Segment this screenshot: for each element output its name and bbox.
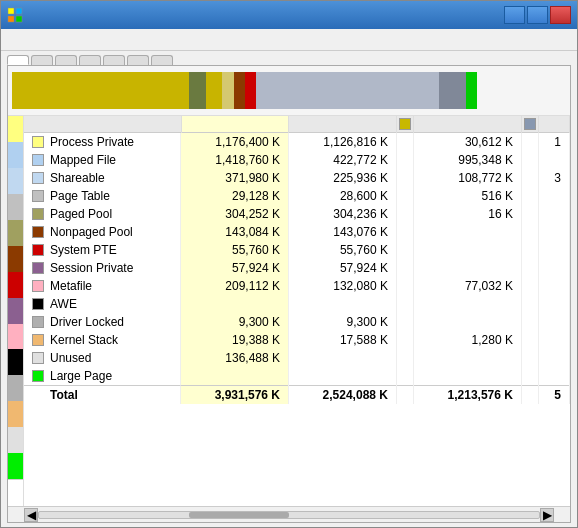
cell-standby	[413, 313, 521, 331]
cell-active: 1,126,816 K	[289, 133, 397, 152]
chart-segment-modified	[439, 72, 467, 109]
cell-active: 132,080 K	[289, 277, 397, 295]
cell-usage: AWE	[24, 295, 181, 313]
total-cell-total: 3,931,576 K	[181, 385, 288, 404]
cell-spacer	[396, 277, 413, 295]
cell-spacer	[396, 241, 413, 259]
cell-total: 1,418,760 K	[181, 151, 288, 169]
cell-label: Shareable	[50, 171, 105, 185]
cell-active: 28,600 K	[289, 187, 397, 205]
cell-modified	[538, 367, 569, 385]
table-row: Nonpaged Pool143,084 K143,076 K	[24, 223, 570, 241]
cell-modified	[538, 187, 569, 205]
horizontal-scrollbar[interactable]: ◀ ▶	[8, 506, 570, 522]
cell-active: 225,936 K	[289, 169, 397, 187]
tab-use-counts[interactable]	[7, 55, 29, 65]
scrollbar-track[interactable]	[38, 511, 540, 519]
svg-rect-1	[16, 8, 22, 14]
cell-usage: Nonpaged Pool	[24, 223, 181, 241]
cell-usage: Process Private	[24, 133, 181, 151]
color-swatch	[32, 334, 44, 346]
close-button[interactable]	[550, 6, 571, 24]
side-color-bar	[8, 116, 24, 506]
data-table: Process Private1,176,400 K1,126,816 K30,…	[24, 116, 570, 404]
cell-label: Process Private	[50, 135, 134, 149]
cell-total: 209,112 K	[181, 277, 288, 295]
chart-segment-2	[206, 72, 223, 109]
cell-total: 29,128 K	[181, 187, 288, 205]
cell-modified	[538, 331, 569, 349]
tab-processes[interactable]	[31, 55, 53, 65]
tab-priority-summary[interactable]	[55, 55, 77, 65]
cell-usage: Page Table	[24, 187, 181, 205]
content-area: Process Private1,176,400 K1,126,816 K30,…	[7, 65, 571, 523]
col-header-usage	[24, 116, 181, 133]
main-row: Process Private1,176,400 K1,126,816 K30,…	[8, 116, 570, 506]
tab-physical-pages[interactable]	[79, 55, 101, 65]
cell-spacer	[396, 187, 413, 205]
table-row: AWE	[24, 295, 570, 313]
chart-segment-3	[222, 72, 233, 109]
scroll-right-button[interactable]: ▶	[540, 508, 554, 522]
cell-standby	[413, 259, 521, 277]
cell-modified	[538, 259, 569, 277]
cell-usage: Unused	[24, 349, 181, 367]
minimize-button[interactable]	[504, 6, 525, 24]
cell-active	[289, 367, 397, 385]
cell-standby	[413, 295, 521, 313]
color-swatch	[32, 136, 44, 148]
cell-active: 422,772 K	[289, 151, 397, 169]
chart-segment-4	[234, 72, 245, 109]
cell-spacer	[396, 205, 413, 223]
cell-spacer	[521, 169, 538, 187]
cell-active: 9,300 K	[289, 313, 397, 331]
color-swatch	[32, 226, 44, 238]
tab-file-summary[interactable]	[127, 55, 149, 65]
tab-file-details[interactable]	[151, 55, 173, 65]
cell-spacer	[396, 151, 413, 169]
cell-label: AWE	[50, 297, 77, 311]
cell-label: Nonpaged Pool	[50, 225, 133, 239]
menu-empty[interactable]	[21, 38, 37, 42]
cell-label: Large Page	[50, 369, 112, 383]
cell-standby: 16 K	[413, 205, 521, 223]
table-row: Unused136,488 K	[24, 349, 570, 367]
cell-standby	[413, 223, 521, 241]
cell-usage: Metafile	[24, 277, 181, 295]
cell-label: Page Table	[50, 189, 110, 203]
cell-modified	[538, 241, 569, 259]
scrollbar-thumb[interactable]	[189, 512, 289, 518]
table-container[interactable]: Process Private1,176,400 K1,126,816 K30,…	[24, 116, 570, 506]
cell-label: Paged Pool	[50, 207, 112, 221]
cell-modified: 3	[538, 169, 569, 187]
chart-segment-standby	[256, 72, 439, 109]
tab-physical-ranges[interactable]	[103, 55, 125, 65]
scroll-left-button[interactable]: ◀	[24, 508, 38, 522]
svg-rect-3	[16, 16, 22, 22]
col-header-active	[289, 116, 397, 133]
table-row: Metafile209,112 K132,080 K77,032 K	[24, 277, 570, 295]
maximize-button[interactable]	[527, 6, 548, 24]
cell-standby: 108,772 K	[413, 169, 521, 187]
total-cell-modified: 5	[538, 385, 569, 404]
table-row: Shareable371,980 K225,936 K108,772 K3	[24, 169, 570, 187]
menu-file[interactable]	[5, 38, 21, 42]
app-icon	[7, 7, 23, 23]
svg-rect-2	[8, 16, 14, 22]
cell-modified	[538, 295, 569, 313]
col-header-active-color	[396, 116, 413, 133]
cell-total: 19,388 K	[181, 331, 288, 349]
cell-usage: System PTE	[24, 241, 181, 259]
cell-usage: Paged Pool	[24, 205, 181, 223]
menu-bar	[1, 29, 577, 51]
cell-standby: 1,280 K	[413, 331, 521, 349]
color-swatch	[32, 154, 44, 166]
cell-total: 1,176,400 K	[181, 133, 288, 152]
cell-standby: 995,348 K	[413, 151, 521, 169]
menu-help[interactable]	[37, 38, 53, 42]
cell-usage: Kernel Stack	[24, 331, 181, 349]
cell-active: 57,924 K	[289, 259, 397, 277]
cell-usage: Large Page	[24, 367, 181, 385]
cell-spacer	[396, 259, 413, 277]
cell-modified	[538, 277, 569, 295]
